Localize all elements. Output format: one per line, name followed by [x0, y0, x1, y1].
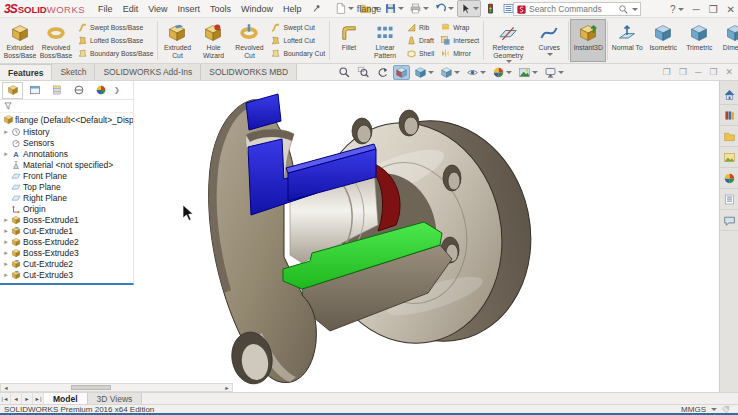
isometric-button[interactable]: Isometric [645, 19, 681, 62]
configurationmanager-tab[interactable] [46, 82, 67, 99]
search-caret-icon[interactable] [632, 8, 638, 11]
undo-button[interactable] [432, 0, 456, 17]
scroll-right-icon[interactable]: ► [222, 384, 232, 391]
boundary-cut-button[interactable]: Boundary Cut [270, 48, 325, 59]
tree-item-cut-extrude2[interactable]: ▸Cut-Extrude2 [0, 258, 133, 269]
zoom-to-fit-button[interactable] [336, 65, 353, 80]
menu-window[interactable]: Window [236, 2, 278, 16]
save-button[interactable] [382, 0, 406, 17]
print-button[interactable] [407, 0, 431, 17]
scroll-left-icon[interactable]: ◄ [1, 384, 11, 391]
tree-item-right-plane[interactable]: Right Plane [0, 192, 133, 203]
tree-item-front-plane[interactable]: Front Plane [0, 170, 133, 181]
expand-arrow-icon[interactable]: ▸ [2, 150, 10, 158]
hide-show-items-button[interactable] [464, 65, 488, 80]
manager-tabs-overflow-icon[interactable]: ❯ [114, 86, 120, 94]
normal-to-button[interactable]: Normal To [609, 19, 645, 62]
expand-arrow-icon[interactable]: ▸ [2, 238, 10, 246]
graphics-area[interactable]: ❯ flange (Default<<Default>_Displa ▸Hist… [0, 81, 738, 392]
tree-item-cut-extrude3[interactable]: ▸Cut-Extrude3 [0, 269, 133, 280]
lofted-cut-button[interactable]: Lofted Cut [270, 35, 325, 46]
home-tab[interactable] [720, 84, 738, 105]
design-library-tab[interactable] [720, 105, 738, 126]
tree-item-sensors[interactable]: Sensors [0, 137, 133, 148]
restore-button[interactable]: ❐ [709, 4, 718, 15]
filter-funnel-icon[interactable] [3, 101, 13, 111]
tree-item-history[interactable]: ▸History [0, 126, 133, 137]
trimetric-button[interactable]: Trimetric [681, 19, 717, 62]
intersect-button[interactable]: Intersect [440, 35, 479, 46]
extruded-cut-button[interactable]: Extruded Cut [159, 19, 195, 62]
expand-arrow-icon[interactable]: ▸ [2, 227, 10, 235]
tree-item-boss-extrude3[interactable]: ▸Boss-Extrude3 [0, 247, 133, 258]
boundary-boss-base-button[interactable]: Boundary Boss/Base [77, 48, 153, 59]
help-button[interactable]: ? [670, 4, 684, 15]
doc-float-icon[interactable]: ❐ [679, 67, 687, 77]
menu-view[interactable]: View [143, 2, 172, 16]
extruded-boss-base-button[interactable]: Extruded Boss/Base [2, 19, 38, 62]
expand-arrow-icon[interactable]: ▸ [2, 271, 10, 279]
minimize-button[interactable]: ─ [693, 4, 700, 15]
tree-item-annotations[interactable]: ▸AAnnotations [0, 148, 133, 159]
next-tab-icon[interactable]: ► [22, 393, 33, 404]
scroll-thumb[interactable] [71, 385, 111, 390]
tree-root-item[interactable]: flange (Default<<Default>_Displa [0, 113, 133, 126]
view-palette-tab[interactable] [720, 147, 738, 168]
tree-item-boss-extrude1[interactable]: ▸Boss-Extrude1 [0, 214, 133, 225]
displaymanager-tab[interactable] [90, 82, 111, 99]
expand-arrow-icon[interactable]: ▸ [2, 128, 10, 136]
new-button[interactable] [332, 0, 356, 17]
tab-3d-views[interactable]: 3D Views [88, 393, 143, 404]
first-tab-icon[interactable]: |◄ [0, 393, 11, 404]
tree-item-material-not-specified[interactable]: Material <not specified> [0, 159, 133, 170]
search-box[interactable] [513, 2, 641, 16]
tree-item-origin[interactable]: Origin [0, 203, 133, 214]
linear-pattern-button[interactable]: Linear Pattern [367, 19, 403, 62]
revolved-boss-base-button[interactable]: Revolved Boss/Base [38, 19, 74, 62]
mirror-button[interactable]: Mirror [440, 48, 479, 59]
units-selector[interactable]: MMGS [681, 405, 730, 414]
view-orientation-button[interactable] [412, 65, 436, 80]
menu-help[interactable]: Help [278, 2, 307, 16]
tab-solidworks-add-ins[interactable]: SOLIDWORKS Add-Ins [95, 64, 201, 80]
pin-icon[interactable] [311, 3, 322, 14]
tab-solidworks-mbd[interactable]: SOLIDWORKS MBD [201, 64, 297, 80]
prev-tab-icon[interactable]: ◄ [11, 393, 22, 404]
dimetric-button[interactable]: Dimetric [717, 19, 738, 62]
dimxpertmanager-tab[interactable] [68, 82, 89, 99]
tree-item-boss-extrude2[interactable]: ▸Boss-Extrude2 [0, 236, 133, 247]
appearances-scenes-tab[interactable] [720, 168, 738, 189]
expand-arrow-icon[interactable]: ▸ [2, 216, 10, 224]
doc-close-icon[interactable]: ✕ [725, 67, 733, 77]
menu-edit[interactable]: Edit [118, 2, 144, 16]
edit-appearance-button[interactable] [490, 65, 514, 80]
tree-item-top-plane[interactable]: Top Plane [0, 181, 133, 192]
featuremanager-tab[interactable] [2, 82, 23, 99]
search-input[interactable] [529, 4, 616, 14]
tab-features[interactable]: Features [0, 64, 52, 80]
doc-pane-icon[interactable]: ❐ [663, 67, 671, 77]
hole-wizard-button[interactable]: Hole Wizard [195, 19, 231, 62]
rebuild-button[interactable] [482, 0, 499, 17]
rib-button[interactable]: Rib [406, 22, 434, 33]
lofted-boss-base-button[interactable]: Lofted Boss/Base [77, 35, 153, 46]
menu-file[interactable]: File [93, 2, 118, 16]
status-tag-icon[interactable] [721, 405, 730, 414]
custom-properties-tab[interactable] [720, 189, 738, 210]
file-explorer-tab[interactable] [720, 126, 738, 147]
previous-view-button[interactable] [374, 65, 391, 80]
solidworks-forum-tab[interactable] [720, 210, 738, 231]
propertymanager-tab[interactable] [24, 82, 45, 99]
menu-tools[interactable]: Tools [205, 2, 236, 16]
view-settings-button[interactable] [542, 65, 566, 80]
curves-button[interactable]: Curves [531, 19, 567, 62]
shell-button[interactable]: Shell [406, 48, 434, 59]
instant3d-button[interactable]: Instant3D [570, 19, 606, 62]
tab-sketch[interactable]: Sketch [52, 64, 95, 80]
reference-geometry-button[interactable]: Reference Geometry [485, 19, 531, 62]
swept-boss-base-button[interactable]: Swept Boss/Base [77, 22, 153, 33]
close-button[interactable]: ✕ [727, 4, 735, 15]
apply-scene-button[interactable] [516, 65, 540, 80]
swept-cut-button[interactable]: Swept Cut [270, 22, 325, 33]
horizontal-scrollbar[interactable]: ◄ ► [0, 383, 233, 392]
